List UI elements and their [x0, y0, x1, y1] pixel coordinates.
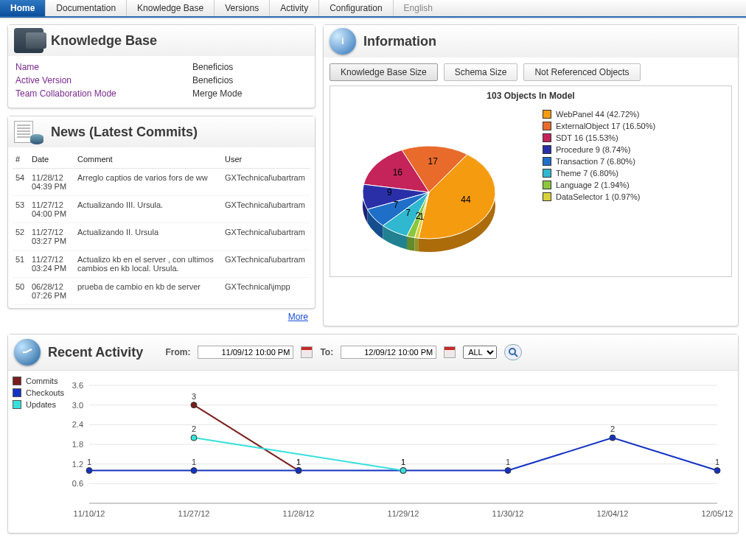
- more-link[interactable]: More: [288, 312, 308, 322]
- svg-point-8: [509, 349, 515, 354]
- svg-text:7: 7: [394, 200, 399, 210]
- nav-documentation[interactable]: Documentation: [46, 0, 127, 16]
- legend-item: Checkouts: [13, 387, 64, 399]
- activity-icon: [14, 339, 41, 365]
- svg-text:12/05/12: 12/05/12: [702, 509, 733, 518]
- pie-title: 103 Objects In Model: [333, 89, 728, 104]
- kb-title: Knowledge Base: [51, 33, 157, 49]
- svg-text:12/04/12: 12/04/12: [597, 509, 629, 518]
- news-h-comment: Comment: [74, 150, 222, 169]
- search-button[interactable]: [504, 344, 522, 360]
- filter-select[interactable]: ALL: [463, 346, 497, 359]
- news-h-num: #: [13, 150, 29, 169]
- svg-text:1: 1: [87, 458, 91, 466]
- svg-point-36: [191, 468, 197, 474]
- svg-text:0.6: 0.6: [72, 479, 83, 488]
- svg-text:1: 1: [506, 458, 510, 466]
- nav-configuration[interactable]: Configuration: [319, 0, 393, 16]
- activity-chart: 0.61.21.82.43.03.611/10/1211/27/1211/28/…: [8, 371, 739, 533]
- news-icon: [14, 119, 43, 144]
- top-nav: Home Documentation Knowledge Base Versio…: [0, 0, 746, 18]
- svg-text:11/29/12: 11/29/12: [388, 509, 419, 518]
- svg-text:9: 9: [387, 187, 392, 197]
- legend-item: ExternalObject 17 (16.50%): [543, 120, 725, 132]
- calendar-icon[interactable]: [301, 346, 313, 358]
- magnifier-icon: [508, 347, 518, 357]
- svg-text:3.0: 3.0: [72, 401, 83, 410]
- tab-kb-size[interactable]: Knowledge Base Size: [330, 63, 438, 81]
- nav-language[interactable]: English: [394, 0, 443, 16]
- svg-text:17: 17: [428, 156, 439, 167]
- legend-item: Transaction 7 (6.80%): [543, 155, 725, 167]
- to-input[interactable]: [341, 346, 436, 359]
- kb-value-name: Beneficios: [192, 60, 233, 74]
- svg-point-30: [191, 402, 197, 408]
- legend-item: Procedure 9 (8.74%): [543, 144, 725, 155]
- svg-text:44: 44: [461, 195, 471, 205]
- svg-text:1: 1: [401, 458, 405, 466]
- kb-value-version: Beneficios: [192, 74, 233, 87]
- table-row[interactable]: 5006/28/12 07:26 PMprueba de cambio en k…: [13, 278, 310, 305]
- nav-knowledge-base[interactable]: Knowledge Base: [127, 0, 215, 16]
- svg-point-50: [400, 468, 406, 474]
- svg-text:11/27/12: 11/27/12: [178, 509, 210, 518]
- pie-legend: WebPanel 44 (42.72%)ExternalObject 17 (1…: [540, 104, 728, 273]
- table-row[interactable]: 5311/27/12 04:00 PMActualizando III. Urs…: [13, 196, 310, 223]
- svg-point-42: [505, 468, 511, 474]
- svg-text:3.6: 3.6: [72, 381, 83, 390]
- svg-text:16: 16: [393, 167, 403, 178]
- svg-text:11/30/12: 11/30/12: [492, 509, 524, 518]
- legend-item: Language 2 (1.94%): [543, 179, 725, 191]
- svg-text:11/10/12: 11/10/12: [74, 509, 105, 518]
- nav-home[interactable]: Home: [0, 0, 46, 16]
- svg-text:2: 2: [192, 424, 196, 433]
- svg-point-38: [296, 468, 301, 474]
- calendar-icon[interactable]: [444, 346, 456, 358]
- activity-legend: CommitsCheckoutsUpdates: [13, 375, 64, 410]
- news-title: News (Latest Commits): [51, 125, 198, 140]
- panel-info: i Information Knowledge Base Size Schema…: [323, 24, 739, 326]
- svg-text:1.2: 1.2: [72, 460, 83, 469]
- table-row[interactable]: 5111/27/12 03:24 PMActualizo kb en el se…: [13, 251, 310, 278]
- info-title: Information: [363, 34, 436, 49]
- legend-item: Updates: [13, 399, 64, 410]
- svg-text:1.8: 1.8: [72, 440, 83, 449]
- table-row[interactable]: 5211/27/12 03:27 PMActualizando II. Ursu…: [13, 223, 310, 251]
- legend-item: SDT 16 (15.53%): [543, 132, 725, 144]
- tab-schema-size[interactable]: Schema Size: [444, 63, 518, 81]
- svg-point-46: [714, 468, 720, 474]
- panel-kb: Knowledge Base NameBeneficios Active Ver…: [7, 24, 316, 108]
- news-h-date: Date: [29, 150, 74, 169]
- svg-point-48: [191, 435, 197, 441]
- tab-not-referenced[interactable]: Not Referenced Objects: [523, 63, 640, 81]
- to-label: To:: [320, 347, 333, 357]
- panel-news: News (Latest Commits) # Date Comment Use…: [7, 116, 316, 309]
- legend-item: WebPanel 44 (42.72%): [543, 108, 725, 120]
- legend-item: Commits: [13, 375, 64, 387]
- kb-value-mode: Merge Mode: [192, 87, 242, 100]
- svg-text:1: 1: [419, 211, 425, 222]
- svg-text:1: 1: [296, 458, 301, 466]
- nav-activity[interactable]: Activity: [270, 0, 319, 16]
- news-h-user: User: [222, 150, 310, 169]
- nav-versions[interactable]: Versions: [215, 0, 270, 16]
- from-input[interactable]: [198, 346, 293, 359]
- info-icon: i: [330, 28, 356, 55]
- svg-text:3: 3: [192, 392, 196, 401]
- activity-title: Recent Activity: [48, 345, 143, 360]
- pie-chart: 44171697721: [333, 104, 540, 273]
- news-table: # Date Comment User 5411/28/12 04:39 PMA…: [13, 150, 310, 305]
- svg-text:11/28/12: 11/28/12: [283, 509, 315, 518]
- svg-text:2.4: 2.4: [72, 420, 83, 429]
- kb-label-mode: Team Collaboration Mode: [15, 87, 192, 100]
- svg-line-9: [515, 354, 517, 357]
- table-row[interactable]: 5411/28/12 04:39 PMArreglo captios de va…: [13, 169, 310, 196]
- from-label: From:: [165, 347, 190, 357]
- svg-point-44: [610, 435, 616, 441]
- legend-item: Theme 7 (6.80%): [543, 167, 725, 179]
- panel-activity: Recent Activity From: To: ALL 0.61.21.82…: [7, 334, 739, 533]
- legend-item: DataSelector 1 (0.97%): [543, 191, 725, 203]
- folder-icon: [14, 28, 43, 53]
- kb-label-version: Active Version: [15, 74, 192, 87]
- svg-text:1: 1: [192, 458, 196, 466]
